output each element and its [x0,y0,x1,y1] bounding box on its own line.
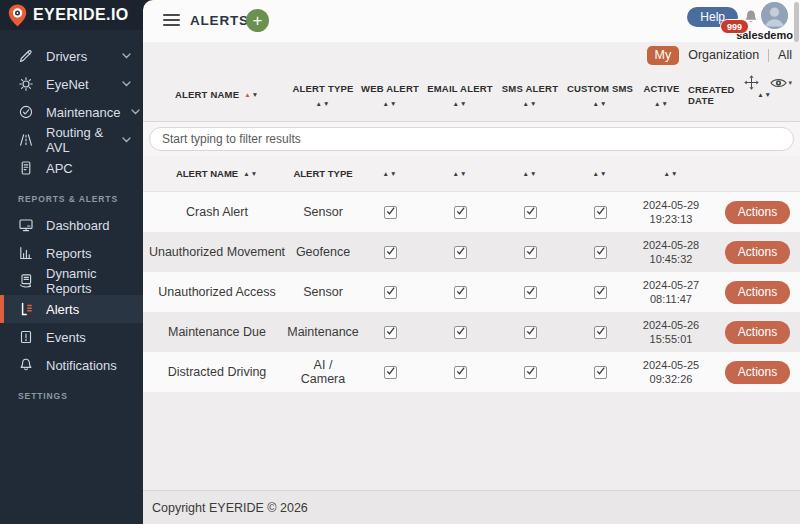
pencil-icon [18,48,35,64]
inner-header-alert-type[interactable]: ALERT TYPE [291,168,355,179]
scrollbar-thumb[interactable] [794,2,799,42]
sort-arrows-icon[interactable]: ▲▼ [593,100,608,107]
email-alert-cell [425,206,495,219]
sort-arrows-icon[interactable]: ▲▼ [244,91,259,98]
web-alert-checkbox[interactable] [384,286,397,299]
sort-arrows-icon[interactable]: ▲▼ [453,170,468,177]
email-alert-checkbox[interactable] [454,366,467,379]
monitor-icon [18,217,35,233]
tab-my[interactable]: My [647,46,680,65]
sort-arrows-icon[interactable]: ▲▼ [453,100,468,107]
sidebar-item-label: Events [46,330,86,345]
notification-count-badge: 999 [720,19,749,34]
sort-arrows-icon[interactable]: ▲▼ [316,100,331,107]
custom-sms-checkbox[interactable] [594,326,607,339]
sidebar-item-events[interactable]: Events [0,323,143,351]
web-alert-cell [355,206,425,219]
sort-arrows-icon[interactable]: ▲▼ [654,100,669,107]
sidebar-item-drivers[interactable]: Drivers [0,42,143,70]
sms-alert-cell [495,366,565,379]
actions-button[interactable]: Actions [725,281,790,304]
inner-header-sort-2[interactable]: ▲▼ [355,170,425,177]
inner-header-alert-name[interactable]: ALERT NAME▲▼ [143,168,291,179]
email-alert-checkbox[interactable] [454,246,467,259]
sidebar-item-dashboard[interactable]: Dashboard [0,211,143,239]
sort-arrows-icon[interactable]: ▲▼ [383,100,398,107]
inner-header-sort-3[interactable]: ▲▼ [425,170,495,177]
sms-alert-checkbox[interactable] [524,246,537,259]
web-alert-checkbox[interactable] [384,206,397,219]
menu-toggle-icon[interactable] [163,14,180,29]
tab-all[interactable]: All [778,48,792,62]
custom-sms-cell [565,206,635,219]
sidebar-item-notifications[interactable]: Notifications [0,351,143,379]
inner-table-header: ALERT NAME▲▼ALERT TYPE▲▼▲▼▲▼▲▼▲▼ [143,156,800,192]
web-alert-checkbox[interactable] [384,326,397,339]
counter-icon [18,160,35,176]
column-header-custom-sms[interactable]: CUSTOM SMS▲▼ [565,83,635,107]
add-alert-button[interactable]: + [246,9,269,32]
sidebar-item-label: Reports [46,246,92,261]
sidebar-item-eyenet[interactable]: EyeNet [0,70,143,98]
sms-alert-checkbox[interactable] [524,286,537,299]
inner-header-sort-4[interactable]: ▲▼ [495,170,565,177]
column-header-alert-type[interactable]: ALERT TYPE▲▼ [291,83,355,107]
custom-sms-checkbox[interactable] [594,206,607,219]
sort-arrows-icon[interactable]: ▲▼ [383,170,398,177]
sms-alert-checkbox[interactable] [524,326,537,339]
sort-arrows-icon[interactable]: ▲▼ [757,91,772,98]
created-time: 15:55:01 [650,332,693,346]
filter-input[interactable] [149,127,794,151]
actions-button[interactable]: Actions [725,321,790,344]
alert-name-cell: Distracted Driving [143,365,291,379]
custom-sms-cell [565,286,635,299]
inner-header-sort-6[interactable]: ▲▼ [635,170,707,177]
sidebar-item-alerts[interactable]: Alerts [0,295,143,323]
column-header-label: ACTIVE [643,83,679,94]
sidebar-item-routing-avl[interactable]: Routing & AVL [0,126,143,154]
sidebar-item-apc[interactable]: APC [0,154,143,182]
topbar: ALERTS + Help 999 salesdemo [143,0,800,42]
actions-button[interactable]: Actions [725,201,790,224]
sort-arrows-icon[interactable]: ▲▼ [523,170,538,177]
actions-cell: Actions [707,361,800,384]
email-alert-checkbox[interactable] [454,326,467,339]
column-header-alert-name[interactable]: ALERT NAME▲▼ [143,89,291,100]
table-row: Unauthorized AccessSensor2024-05-2708:11… [143,272,800,312]
column-header-web-alert[interactable]: WEB ALERT▲▼ [355,83,425,107]
custom-sms-checkbox[interactable] [594,246,607,259]
custom-sms-checkbox[interactable] [594,366,607,379]
sort-arrows-icon[interactable]: ▲▼ [664,170,679,177]
actions-button[interactable]: Actions [725,241,790,264]
created-time: 10:45:32 [650,252,693,266]
sort-arrows-icon[interactable]: ▲▼ [243,170,258,177]
email-alert-checkbox[interactable] [454,286,467,299]
move-columns-icon[interactable] [744,75,759,90]
column-visibility-eye-icon[interactable]: ▾ [770,77,792,89]
sort-arrows-icon[interactable]: ▲▼ [523,100,538,107]
sms-alert-checkbox[interactable] [524,366,537,379]
alert-type-cell: Sensor [291,205,355,219]
sort-arrows-icon[interactable]: ▲▼ [593,170,608,177]
email-alert-checkbox[interactable] [454,206,467,219]
sms-alert-cell [495,206,565,219]
chevron-down-icon [122,137,131,143]
column-header-label: CUSTOM SMS [567,83,633,94]
bell-icon [18,357,35,373]
avatar[interactable] [761,2,788,29]
actions-button[interactable]: Actions [725,361,790,384]
custom-sms-checkbox[interactable] [594,286,607,299]
tab-organization[interactable]: Organization [688,48,759,62]
column-header-label: WEB ALERT [361,83,419,94]
column-header-active[interactable]: ACTIVE▲▼ [635,83,688,107]
column-header-sms-alert[interactable]: SMS ALERT▲▼ [495,83,565,107]
sidebar-item-dynamic-reports[interactable]: Dynamic Reports [0,267,143,295]
page-title: ALERTS [190,13,249,28]
sidebar-item-maintenance[interactable]: Maintenance [0,98,143,126]
web-alert-checkbox[interactable] [384,246,397,259]
sidebar-item-reports[interactable]: Reports [0,239,143,267]
web-alert-checkbox[interactable] [384,366,397,379]
column-header-email-alert[interactable]: EMAIL ALERT▲▼ [425,83,495,107]
inner-header-sort-5[interactable]: ▲▼ [565,170,635,177]
sms-alert-checkbox[interactable] [524,206,537,219]
